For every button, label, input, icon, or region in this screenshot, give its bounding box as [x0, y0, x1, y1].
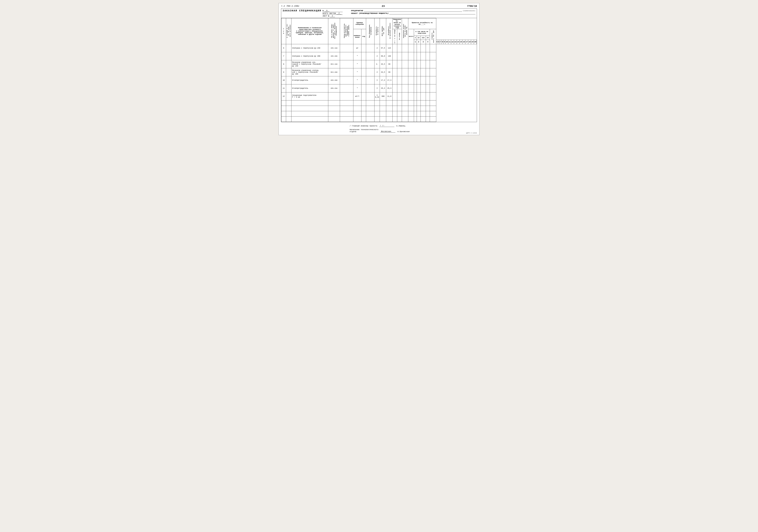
cell-3-19 [430, 68, 436, 76]
empty-cell-0-15 [414, 100, 417, 106]
footer-stamp: ЦИТП З 11532 [466, 132, 477, 134]
col-header-q2: II [417, 36, 421, 40]
empty-cell-2-8 [374, 111, 380, 116]
chief-sig-label: / Главный инженер проекта [350, 125, 377, 127]
cell-1-15 [414, 52, 417, 60]
cell-0-6 [362, 44, 366, 52]
empty-cell-0-9 [380, 100, 386, 106]
empty-cell-2-2 [292, 111, 328, 116]
cell-6-10: 11,8 [386, 92, 393, 100]
empty-cell-1-11 [393, 106, 397, 111]
colnum-10: 10 [445, 40, 448, 44]
cell-2-17 [421, 60, 426, 68]
cell-4-4 [340, 76, 353, 84]
cell-6-3 [328, 92, 340, 100]
empty-cell-0-6 [362, 100, 366, 106]
empty-cell-3-12 [397, 116, 402, 122]
cell-3-6 [362, 68, 366, 76]
cell-2-1 [286, 60, 292, 68]
cell-5-15 [414, 84, 417, 92]
empty-cell-3-2 [292, 116, 328, 122]
table-row: 11ОгнепреградительОПХ-250"I25,325,3 [281, 84, 477, 92]
colnum-3: 3 [421, 40, 426, 44]
cell-5-17 [421, 84, 426, 92]
cell-6-9: 368 [380, 92, 386, 100]
cell-3-17 [421, 68, 426, 76]
spec-meta: № 9 ВСЕГО ЛИСТОВ 2 ЛИСТ № 2 [323, 9, 343, 17]
empty-cell-1-8 [374, 106, 380, 111]
spec-title: ЗАКАЗНАЯ СПЕЦИФИКАЦИЯ [283, 9, 321, 12]
cell-0-0: 6 [281, 44, 286, 52]
cell-3-2: Механизм управления хлопуш- кой с перепу… [292, 68, 328, 76]
cell-1-1 [286, 52, 292, 60]
empty-cell-0-16 [417, 100, 421, 106]
cell-0-15 [414, 44, 417, 52]
cell-1-13 [402, 52, 408, 60]
cell-6-0: 12 [281, 92, 286, 100]
cell-6-16 [417, 92, 421, 100]
cell-5-6 [362, 84, 366, 92]
cell-0-3: ХПХ-150 [328, 44, 340, 52]
empty-cell-0-7 [366, 100, 374, 106]
empty-row [281, 100, 477, 106]
cell-3-8: 2 [374, 68, 380, 76]
empty-cell-2-4 [340, 111, 353, 116]
empty-cell-2-19 [430, 111, 436, 116]
total-sheets-val: 2 [336, 12, 341, 15]
cell-1-6 [362, 52, 366, 60]
cell-2-18 [426, 60, 430, 68]
empty-cell-1-9 [380, 106, 386, 111]
empty-cell-2-17 [421, 111, 426, 116]
cell-0-9: 57,5 [380, 44, 386, 52]
cell-2-11 [393, 60, 397, 68]
cell-2-14 [408, 60, 414, 68]
empty-cell-2-13 [402, 111, 408, 116]
enterprise-label: ПРЕДПРИЯТИЕ [351, 10, 363, 12]
cell-3-16 [417, 68, 421, 76]
col-header-4: Тип и марка обору-дования. № опрос-ного … [328, 18, 340, 44]
table-row: 8Механизм управления хло- пушкой с переп… [281, 60, 477, 68]
empty-row [281, 111, 477, 116]
colnum-9: 9 [443, 40, 445, 44]
colnum-20: 20 [474, 40, 477, 44]
object-val [389, 12, 475, 15]
cell-5-8: I [374, 84, 380, 92]
col-header-2: № позиций по схе-ме, по хема-место устан… [286, 18, 292, 44]
cell-0-16 [417, 44, 421, 52]
colnum-14: 14 [457, 40, 460, 44]
col-header-14: Заявленная потреб-ность на плани-руемый … [402, 18, 408, 44]
empty-cell-2-7 [366, 111, 374, 116]
col-header-9: Потребностьпо проекту [374, 18, 380, 44]
cell-5-9: 25,3 [380, 84, 386, 92]
colnum-12: 12 [451, 40, 454, 44]
empty-cell-0-0 [281, 100, 286, 106]
empty-cell-1-14 [408, 106, 414, 111]
col-header-15: всего [408, 29, 414, 44]
empty-cell-3-14 [408, 116, 414, 122]
empty-cell-1-0 [281, 106, 286, 111]
cell-2-12 [397, 60, 402, 68]
cell-1-18 [426, 52, 430, 60]
cell-5-0: 11 [281, 84, 286, 92]
empty-cell-1-15 [414, 106, 417, 111]
empty-cell-3-0 [281, 116, 286, 122]
empty-cell-3-8 [374, 116, 380, 122]
tech-sig-name: А.Орховская [397, 131, 410, 133]
cell-5-16 [417, 84, 421, 92]
cell-4-7 [366, 76, 374, 84]
cell-2-10: 69 [386, 60, 393, 68]
cell-1-9: 69,0 [380, 52, 386, 60]
empty-cell-2-18 [426, 111, 430, 116]
col-header-ожид: Ожидаемое на-личие на началотекущегогода [393, 18, 402, 29]
empty-cell-0-17 [421, 100, 426, 106]
col-header-3: Наименование и техническаяхарактеристика… [292, 18, 328, 44]
empty-cell-2-15 [414, 111, 417, 116]
cell-1-3: ХПХ-200 [328, 52, 340, 60]
cell-3-12 [397, 68, 402, 76]
sheet-val: 2 [330, 15, 335, 17]
col-header-11: Потребностьна пусковой комплекс [386, 18, 393, 44]
col-header-q1: I [414, 36, 417, 40]
empty-cell-1-13 [402, 106, 408, 111]
cell-4-6 [362, 76, 366, 84]
col-header-6: наимено-вание [353, 29, 362, 44]
